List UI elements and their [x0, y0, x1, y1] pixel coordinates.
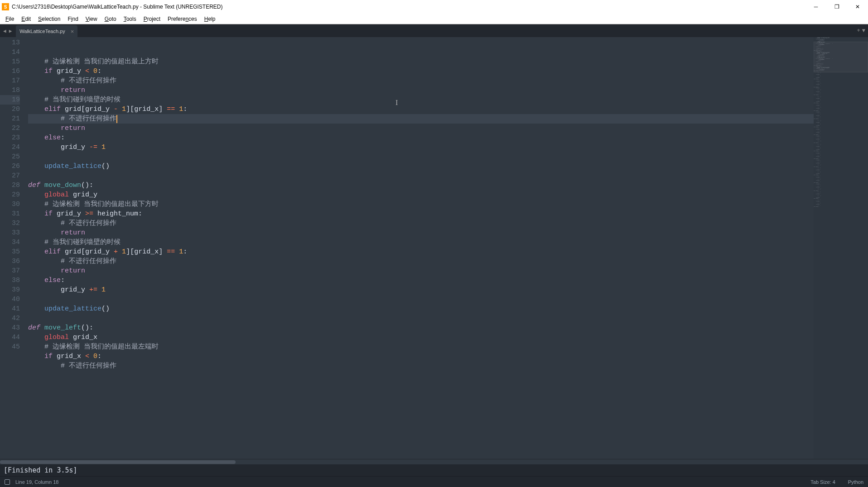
code-line[interactable]: global grid_y: [28, 190, 814, 200]
tab-dropdown-icon[interactable]: ▼: [861, 28, 866, 34]
close-button[interactable]: ✕: [847, 0, 868, 14]
code-line[interactable]: if grid_y >= height_num:: [28, 209, 814, 219]
caret: [116, 115, 117, 123]
maximize-button[interactable]: ❐: [826, 0, 847, 14]
menu-goto[interactable]: Goto: [101, 14, 120, 24]
tab-forward-icon[interactable]: ▶: [8, 28, 14, 34]
code-line[interactable]: return: [28, 228, 814, 238]
status-tab-size[interactable]: Tab Size: 4: [810, 479, 835, 485]
code-line[interactable]: # 不进行任何操作: [28, 257, 814, 266]
minimize-button[interactable]: ─: [805, 0, 826, 14]
code-line[interactable]: # 当我们碰到墙壁的时候: [28, 238, 814, 247]
code-line[interactable]: grid_y += 1: [28, 285, 814, 295]
window-title: C:\Users\27316\Desktop\Game\WalkLatticeT…: [12, 4, 805, 10]
code-line[interactable]: elif grid[grid_y - 1][grid_x] == 1:: [28, 105, 814, 114]
code-container: 1314151617181920212223242526272829303132…: [0, 37, 814, 459]
code-line[interactable]: # 不进行任何操作: [28, 219, 814, 228]
new-tab-icon[interactable]: +: [856, 28, 861, 34]
code-line[interactable]: return: [28, 266, 814, 276]
code-line[interactable]: # 边缘检测 当我们的值超出最上方时: [28, 57, 814, 67]
line-number-gutter[interactable]: 1314151617181920212223242526272829303132…: [0, 37, 28, 459]
code-line[interactable]: # 边缘检测 当我们的值超出最左端时: [28, 342, 814, 352]
tab-close-icon[interactable]: ×: [71, 28, 74, 35]
code-line[interactable]: # 当我们碰到墙壁的时候: [28, 95, 814, 105]
code-line[interactable]: [28, 314, 814, 323]
titlebar: S C:\Users\27316\Desktop\Game\WalkLattic…: [0, 0, 868, 14]
tabbar: ◀ ▶ WalkLatticeTeach.py × + ▼: [0, 24, 868, 37]
menu-file[interactable]: File: [2, 14, 18, 24]
tab-history-nav: ◀ ▶: [0, 24, 15, 37]
app-icon: S: [2, 3, 9, 10]
code-line[interactable]: # 边缘检测 当我们的值超出最下方时: [28, 200, 814, 209]
code-line[interactable]: # 不进行任何操作: [28, 114, 814, 124]
code-line[interactable]: if grid_x < 0:: [28, 352, 814, 361]
menu-find[interactable]: Find: [64, 14, 82, 24]
menu-tools[interactable]: Tools: [120, 14, 140, 24]
menu-help[interactable]: Help: [201, 14, 219, 24]
panel-switcher-icon[interactable]: [5, 479, 10, 485]
code-line[interactable]: else:: [28, 133, 814, 143]
code-line[interactable]: # 不进行任何操作: [28, 76, 814, 86]
code-line[interactable]: [28, 152, 814, 162]
minimap[interactable]: # 边缘检测 当我们的值超出最上方时 if grid_y < 0: # 不进行任…: [814, 37, 868, 459]
editor-area: 1314151617181920212223242526272829303132…: [0, 37, 868, 459]
menu-selection[interactable]: Selection: [34, 14, 64, 24]
menu-project[interactable]: Project: [140, 14, 164, 24]
code-line[interactable]: update_lattice(): [28, 162, 814, 171]
code-line[interactable]: grid_y -= 1: [28, 143, 814, 152]
tab-active[interactable]: WalkLatticeTeach.py ×: [16, 25, 77, 37]
code-line[interactable]: def move_left():: [28, 323, 814, 333]
code-line[interactable]: update_lattice(): [28, 304, 814, 314]
text-cursor-icon: I: [395, 98, 398, 107]
scrollbar-thumb[interactable]: [0, 460, 236, 464]
minimap-content: # 边缘检测 当我们的值超出最上方时 if grid_y < 0: # 不进行任…: [814, 37, 868, 207]
code-line[interactable]: def move_down():: [28, 181, 814, 190]
tab-controls-right: + ▼: [854, 24, 868, 37]
code-line[interactable]: global grid_x: [28, 333, 814, 342]
code-line[interactable]: [28, 171, 814, 181]
tab-label: WalkLatticeTeach.py: [19, 29, 65, 34]
code-line[interactable]: if grid_y < 0:: [28, 67, 814, 76]
console-output: [Finished in 3.5s]: [4, 466, 77, 474]
menu-view[interactable]: View: [82, 14, 101, 24]
code-line[interactable]: return: [28, 86, 814, 95]
build-output-panel[interactable]: [Finished in 3.5s]: [0, 464, 868, 476]
code-editor[interactable]: # 边缘检测 当我们的值超出最上方时 if grid_y < 0: # 不进行任…: [28, 37, 814, 459]
code-line[interactable]: # 不进行任何操作: [28, 361, 814, 371]
menu-edit[interactable]: Edit: [18, 14, 34, 24]
code-line[interactable]: [28, 295, 814, 304]
code-line[interactable]: else:: [28, 276, 814, 285]
horizontal-scrollbar[interactable]: [0, 459, 868, 464]
status-syntax[interactable]: Python: [848, 479, 863, 485]
menubar: File Edit Selection Find View Goto Tools…: [0, 14, 868, 24]
menu-preferences[interactable]: Preferences: [164, 14, 201, 24]
window-controls: ─ ❐ ✕: [805, 0, 868, 14]
tab-back-icon[interactable]: ◀: [2, 28, 8, 34]
statusbar: Line 19, Column 18 Tab Size: 4 Python: [0, 476, 868, 487]
code-line[interactable]: elif grid[grid_y + 1][grid_x] == 1:: [28, 247, 814, 257]
status-cursor-position[interactable]: Line 19, Column 18: [15, 479, 58, 485]
code-line[interactable]: return: [28, 124, 814, 133]
